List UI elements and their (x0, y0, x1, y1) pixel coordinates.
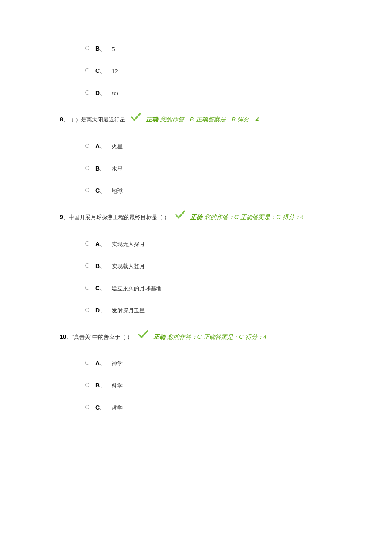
check-icon (137, 327, 149, 347)
option-text: 火星 (112, 143, 123, 150)
radio-icon[interactable] (85, 405, 89, 409)
option-text: 5 (112, 46, 115, 52)
correct-answer: C (276, 214, 280, 220)
question-number: 10 (60, 333, 66, 340)
your-answer: C (197, 333, 202, 340)
result-correct-label: 正确 (153, 333, 165, 340)
option-text: 12 (112, 68, 118, 75)
radio-icon[interactable] (85, 241, 89, 246)
radio-icon[interactable] (85, 46, 89, 50)
question-9-header: 9、中国开展月球探测工程的最终目标是（ ） 正确 您的作答：C 正确答案是：C … (60, 208, 332, 227)
question-text: "真善美"中的善应于（ ） (72, 334, 133, 340)
radio-icon[interactable] (85, 263, 89, 268)
question-10-options: A、 神学 B、 科学 C、 哲学 (85, 357, 332, 412)
option-row: D、 发射探月卫星 (85, 304, 332, 315)
option-text: 科学 (112, 382, 123, 390)
radio-icon[interactable] (85, 90, 89, 95)
question-sep: 、 (63, 116, 69, 123)
option-letter: C、 (95, 404, 106, 412)
your-answer: C (234, 214, 239, 220)
score-value: 4 (255, 116, 259, 123)
option-letter: C、 (95, 187, 106, 195)
option-text: 水星 (112, 165, 123, 173)
score-label: 得分： (245, 333, 263, 340)
option-letter: A、 (95, 143, 106, 150)
option-row: A、 神学 (85, 357, 332, 367)
result-correct-label: 正确 (146, 116, 158, 123)
check-icon (174, 208, 186, 227)
check-icon (130, 110, 142, 130)
option-text: 地球 (112, 187, 123, 195)
option-row: B、 科学 (85, 379, 332, 390)
partial-options-top: B、 5 C、 12 D、 60 (85, 43, 332, 97)
option-letter: B、 (95, 263, 106, 270)
option-text: 哲学 (112, 404, 123, 412)
question-8-header: 8、（ ）是离太阳最近行星 正确 您的作答：B 正确答案是：B 得分：4 (60, 110, 332, 130)
option-letter: D、 (95, 307, 106, 315)
correct-answer-label: 正确答案是： (203, 333, 239, 340)
question-number: 8 (60, 116, 63, 123)
your-answer-label: 您的作答： (205, 214, 234, 220)
correct-answer: B (232, 116, 236, 123)
radio-icon[interactable] (85, 308, 89, 312)
option-row: C、 建立永久的月球基地 (85, 282, 332, 292)
option-text: 实现载人登月 (112, 263, 145, 270)
option-text: 60 (112, 90, 118, 97)
question-sep: 、 (66, 334, 72, 340)
option-row: D、 60 (85, 87, 332, 97)
option-letter: D、 (95, 90, 106, 97)
your-answer-label: 您的作答： (160, 116, 190, 123)
option-row: B、 实现载人登月 (85, 260, 332, 270)
option-letter: A、 (95, 360, 106, 367)
radio-icon[interactable] (85, 286, 89, 290)
option-row: A、 火星 (85, 140, 332, 150)
option-letter: B、 (95, 45, 106, 53)
radio-icon[interactable] (85, 68, 89, 72)
option-text: 实现无人探月 (112, 240, 145, 248)
radio-icon[interactable] (85, 144, 89, 148)
result-correct-label: 正确 (190, 214, 202, 220)
option-letter: C、 (95, 285, 106, 292)
radio-icon[interactable] (85, 166, 89, 170)
score-value: 4 (300, 214, 304, 220)
option-row: B、 5 (85, 43, 332, 53)
option-row: C、 地球 (85, 185, 332, 195)
option-row: C、 哲学 (85, 402, 332, 412)
question-sep: 、 (63, 214, 69, 220)
correct-answer-label: 正确答案是： (196, 116, 232, 123)
question-8-options: A、 火星 B、 水星 C、 地球 (85, 140, 332, 195)
your-answer: B (190, 116, 194, 123)
option-letter: C、 (95, 67, 106, 75)
option-letter: B、 (95, 165, 106, 173)
question-number: 9 (60, 214, 63, 220)
question-text: 中国开展月球探测工程的最终目标是（ ） (69, 214, 170, 220)
option-letter: B、 (95, 382, 106, 390)
option-text: 发射探月卫星 (112, 307, 145, 315)
option-row: C、 12 (85, 65, 332, 75)
correct-answer: C (239, 333, 243, 340)
option-row: B、 水星 (85, 162, 332, 173)
question-10-header: 10、"真善美"中的善应于（ ） 正确 您的作答：C 正确答案是：C 得分：4 (60, 327, 332, 347)
option-row: A、 实现无人探月 (85, 238, 332, 248)
your-answer-label: 您的作答： (167, 333, 197, 340)
score-value: 4 (263, 333, 267, 340)
radio-icon[interactable] (85, 188, 89, 192)
question-text: （ ）是离太阳最近行星 (69, 116, 126, 123)
option-text: 建立永久的月球基地 (112, 285, 161, 292)
radio-icon[interactable] (85, 361, 89, 365)
correct-answer-label: 正确答案是： (240, 214, 276, 220)
score-label: 得分： (237, 116, 255, 123)
score-label: 得分： (282, 214, 300, 220)
option-letter: A、 (95, 240, 106, 248)
question-9-options: A、 实现无人探月 B、 实现载人登月 C、 建立永久的月球基地 D、 发射探月… (85, 238, 332, 315)
radio-icon[interactable] (85, 383, 89, 387)
option-text: 神学 (112, 360, 123, 367)
